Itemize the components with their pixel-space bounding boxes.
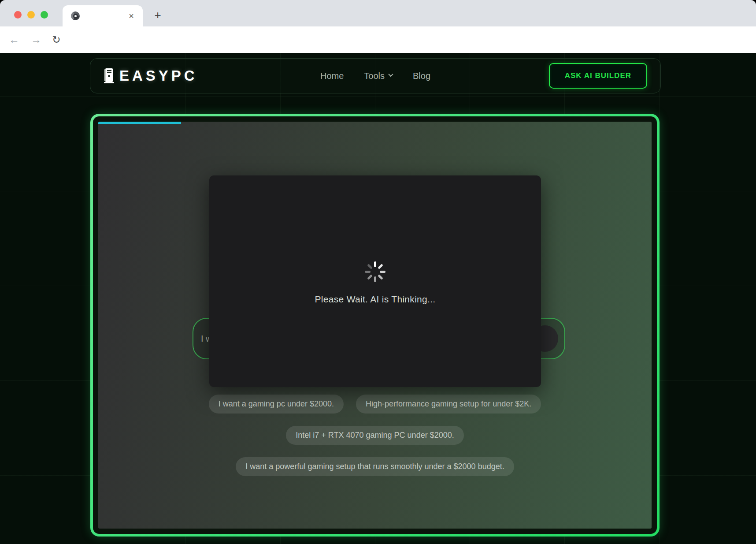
suggestion-pill[interactable]: I want a powerful gaming setup that runs… <box>236 457 514 476</box>
chevron-down-icon <box>388 72 393 77</box>
nav-item-tools[interactable]: Tools <box>364 71 393 81</box>
main-nav: Home Tools Blog <box>320 71 430 81</box>
chrome-favicon-icon <box>71 11 80 20</box>
site-header: EASYPC Home Tools Blog ASK AI BUILDER <box>90 58 661 93</box>
browser-window: × + ← → ↻ ☆ ⋮ EAS <box>0 0 756 544</box>
browser-toolbar: ← → ↻ ☆ ⋮ <box>0 26 756 53</box>
forward-button[interactable]: → <box>30 34 43 47</box>
loading-modal: Please Wait. AI is Thinking... <box>209 175 541 387</box>
suggestion-pill[interactable]: Intel i7 + RTX 4070 gaming PC under $200… <box>286 426 463 445</box>
pill-row: I want a powerful gaming setup that runs… <box>236 457 514 476</box>
browser-tab[interactable]: × <box>63 5 143 26</box>
reload-button[interactable]: ↻ <box>50 34 63 47</box>
web-page: EASYPC Home Tools Blog ASK AI BUILDER I … <box>0 53 756 544</box>
suggestion-pill[interactable]: I want a gaming pc under $2000. <box>209 395 344 414</box>
window-maximize-button[interactable] <box>41 11 48 19</box>
new-tab-button[interactable]: + <box>151 9 164 22</box>
back-button[interactable]: ← <box>7 34 21 47</box>
nav-item-blog[interactable]: Blog <box>413 71 430 81</box>
loading-message: Please Wait. AI is Thinking... <box>315 294 436 305</box>
brand-name: EASYPC <box>119 67 198 84</box>
suggestion-pills: I want a gaming pc under $2000. High-per… <box>98 395 652 476</box>
progress-bar <box>98 122 181 124</box>
nav-tools-label: Tools <box>364 71 385 81</box>
pill-row: Intel i7 + RTX 4070 gaming PC under $200… <box>286 426 463 445</box>
pc-tower-icon <box>104 68 115 84</box>
ask-ai-builder-button[interactable]: ASK AI BUILDER <box>549 63 647 89</box>
loading-spinner-icon <box>364 261 386 283</box>
tab-close-icon[interactable]: × <box>126 11 137 21</box>
nav-item-home[interactable]: Home <box>320 71 344 81</box>
suggestion-pill[interactable]: High-performance gaming setup for under … <box>356 395 541 414</box>
window-close-button[interactable] <box>14 11 22 19</box>
tab-strip: × + <box>0 0 756 26</box>
site-logo[interactable]: EASYPC <box>104 67 198 84</box>
tab-title <box>84 12 123 20</box>
window-minimize-button[interactable] <box>27 11 35 19</box>
pill-row: I want a gaming pc under $2000. High-per… <box>209 395 541 414</box>
